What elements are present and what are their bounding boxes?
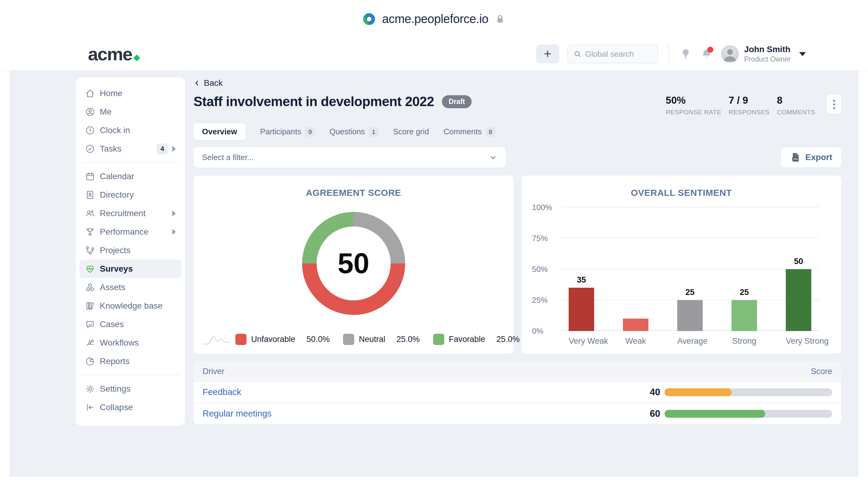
chat-icon: [85, 319, 95, 329]
legend-item-unfavorable: Unfavorable50.0%: [235, 334, 330, 345]
peopleforce-swirl-icon: [362, 12, 376, 26]
legend-swatch: [433, 334, 444, 345]
tab-bar: OverviewParticipants9Questions1Score gri…: [193, 123, 841, 140]
user-role: Product Owner: [744, 55, 790, 63]
tab-score-grid[interactable]: Score grid: [393, 127, 429, 136]
check-circle-icon: [85, 144, 95, 154]
add-button[interactable]: +: [536, 44, 559, 63]
back-button[interactable]: Back: [193, 78, 223, 88]
kebab-icon: [833, 100, 835, 102]
tab-label: Comments: [443, 127, 482, 136]
tab-label: Questions: [329, 127, 365, 136]
company-logo[interactable]: acme: [88, 44, 139, 65]
score-value: 40: [650, 387, 660, 398]
sidebar-item-directory[interactable]: Directory: [80, 186, 181, 204]
export-button[interactable]: CSV Export: [781, 147, 841, 167]
score-bar-fill: [664, 410, 765, 418]
bar-column: 35: [569, 207, 594, 331]
sidebar-item-calendar[interactable]: Calendar: [80, 167, 181, 186]
sidebar-item-surveys[interactable]: Surveys: [80, 259, 181, 278]
y-axis-label: 25%: [532, 296, 548, 305]
tab-label: Participants: [260, 127, 302, 136]
sidebar-item-home[interactable]: Home: [80, 84, 181, 102]
bar-columns: 35252550: [561, 207, 819, 331]
driver-link[interactable]: Feedback: [203, 387, 241, 397]
lightbulb-icon: [679, 47, 692, 60]
stat-responses: 7 / 9RESPONSES: [728, 95, 769, 116]
sidebar-item-settings[interactable]: Settings: [80, 380, 181, 398]
bar-chart-categories: Very WeakWeakAverageStrongVery Strong: [561, 336, 819, 346]
count-badge: 9: [305, 127, 315, 137]
y-axis-label: 100%: [532, 203, 552, 212]
agreement-score-card: AGREEMENT SCORE 50 Unfavorable50.0%Neutr…: [193, 175, 514, 354]
user-name: John Smith: [744, 44, 790, 54]
bar-column: [623, 207, 648, 331]
sidebar-item-me[interactable]: Me: [80, 102, 181, 121]
sidebar-item-knowledge-base[interactable]: Knowledge base: [80, 296, 181, 315]
sidebar-item-tasks[interactable]: Tasks4: [80, 139, 181, 158]
books-icon: [85, 301, 95, 311]
global-search[interactable]: [567, 44, 658, 63]
more-actions-button[interactable]: [827, 95, 841, 114]
score-column-header: Score: [811, 367, 832, 376]
bar-value-label: 50: [794, 257, 803, 266]
sidebar-item-workflows[interactable]: Workflows: [80, 333, 181, 352]
sidebar-item-reports[interactable]: Reports: [80, 352, 181, 371]
heart-pulse-icon: [85, 264, 95, 274]
csv-file-icon: CSV: [790, 152, 801, 163]
sidebar-item-label: Me: [100, 107, 112, 117]
score-bar-fill: [664, 388, 732, 396]
survey-stats: 50%RESPONSE RATE7 / 9RESPONSES8COMMENTS: [666, 95, 815, 116]
notifications-button[interactable]: [700, 47, 713, 61]
sidebar: HomeMeClock inTasks4CalendarDirectoryRec…: [76, 77, 185, 426]
tab-overview[interactable]: Overview: [193, 123, 246, 140]
legend-value: 50.0%: [307, 335, 330, 344]
driver-link[interactable]: Regular meetings: [203, 409, 272, 419]
company-logo-text: acme: [88, 44, 132, 65]
sidebar-item-clock-in[interactable]: Clock in: [80, 121, 181, 139]
bar-column: 50: [786, 207, 811, 331]
chevron-right-icon: [172, 211, 176, 217]
browser-domain: acme.peopleforce.io: [382, 12, 489, 26]
y-axis-label: 75%: [532, 234, 548, 243]
logo-diamond-icon: [133, 54, 141, 61]
sidebar-item-label: Knowledge base: [100, 301, 162, 311]
cubes-icon: [85, 282, 95, 292]
tab-comments[interactable]: Comments8: [443, 127, 495, 137]
driver-column-header: Driver: [203, 367, 224, 376]
user-menu[interactable]: John Smith Product Owner: [721, 44, 806, 63]
x-axis-label: Very Strong: [786, 336, 811, 346]
main-panel: Back Staff involvement in development 20…: [193, 70, 841, 424]
legend-label: Neutral: [359, 335, 385, 344]
tab-label: Overview: [202, 127, 237, 136]
y-axis-label: 0%: [532, 326, 544, 336]
legend-item-favorable: Favorable25.0%: [433, 334, 520, 345]
browser-bar: acme.peopleforce.io: [0, 0, 868, 38]
calendar-icon: [85, 171, 95, 182]
sidebar-item-label: Settings: [100, 384, 130, 394]
sidebar-item-collapse[interactable]: Collapse: [80, 398, 181, 417]
legend-value: 25.0%: [496, 335, 520, 344]
sidebar-item-label: Surveys: [100, 264, 133, 274]
bar-value-label: 35: [577, 275, 586, 285]
chevron-left-icon: [193, 79, 201, 87]
score-value: 60: [650, 408, 660, 419]
table-header: Driver Score: [193, 362, 841, 381]
app-header: acme +: [0, 38, 868, 70]
filter-select[interactable]: Select a filter...: [193, 147, 506, 168]
bar-column: 25: [732, 207, 757, 331]
sidebar-item-recruitment[interactable]: Recruitment: [80, 204, 181, 223]
back-label: Back: [204, 78, 223, 88]
table-row: Feedback40: [193, 381, 841, 403]
sidebar-item-projects[interactable]: Projects: [80, 241, 181, 259]
user-circle-icon: [85, 107, 95, 117]
chart-title: OVERALL SENTIMENT: [521, 188, 841, 198]
tab-participants[interactable]: Participants9: [260, 127, 315, 137]
sidebar-item-cases[interactable]: Cases: [80, 315, 181, 333]
stat-comments: 8COMMENTS: [777, 95, 815, 116]
search-input[interactable]: [585, 50, 646, 59]
tab-questions[interactable]: Questions1: [329, 127, 378, 137]
sidebar-item-performance[interactable]: Performance: [80, 223, 181, 241]
tips-button[interactable]: [679, 47, 692, 60]
sidebar-item-assets[interactable]: Assets: [80, 278, 181, 296]
